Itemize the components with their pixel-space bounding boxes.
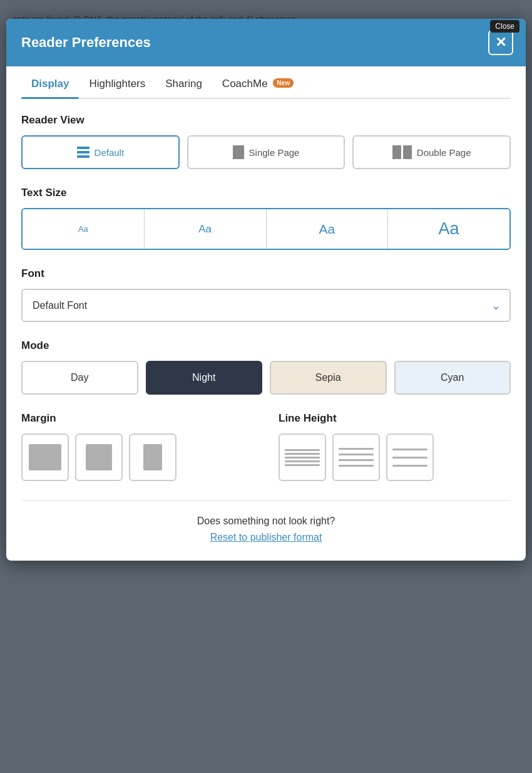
mode-sepia-button[interactable]: Sepia	[270, 361, 387, 395]
double-page-icon	[392, 145, 412, 159]
lineheight-compact-button[interactable]	[279, 433, 326, 481]
text-size-md-button[interactable]: Aa	[267, 209, 389, 249]
mode-label: Mode	[21, 340, 511, 352]
lineheight-section: Line Height	[279, 412, 511, 481]
close-tooltip: Close	[490, 20, 519, 33]
footer-section: Does something not look right? Reset to …	[21, 500, 511, 543]
reader-view-options: Default Single Page Double Page	[21, 135, 511, 169]
margin-medium-button[interactable]	[75, 433, 123, 481]
modal-header: Reader Preferences ✕	[6, 19, 526, 66]
modal-title: Reader Preferences	[21, 34, 151, 51]
default-view-icon	[77, 147, 90, 158]
reset-link-button[interactable]: Reset to publisher format	[210, 532, 322, 543]
margin-wide-icon	[29, 444, 61, 470]
font-select-wrapper: Default Font Serif Sans-serif Monospace …	[21, 289, 511, 322]
tab-display[interactable]: Display	[21, 66, 79, 98]
lineheight-loose-button[interactable]	[386, 433, 434, 481]
lineheight-normal-button[interactable]	[332, 433, 380, 481]
lineheight-loose-icon	[392, 449, 427, 467]
tab-sharing[interactable]: Sharing	[155, 66, 212, 98]
mode-options: Day Night Sepia Cyan	[21, 361, 511, 395]
mode-day-button[interactable]: Day	[21, 361, 138, 395]
text-size-lg-button[interactable]: Aa	[388, 209, 509, 249]
font-label: Font	[21, 267, 511, 280]
lineheight-compact-icon	[285, 449, 320, 466]
text-size-options: Aa Aa Aa Aa	[21, 208, 511, 250]
lineheight-icons-row	[279, 433, 511, 481]
text-size-xs-button[interactable]: Aa	[23, 209, 145, 249]
footer-question: Does something not look right?	[21, 516, 511, 527]
lineheight-normal-icon	[339, 448, 374, 467]
close-button[interactable]: ✕	[488, 30, 513, 55]
coachme-badge: New	[273, 78, 294, 88]
tab-highlighters[interactable]: Highlighters	[79, 66, 155, 98]
margin-medium-icon	[86, 444, 112, 470]
reader-preferences-modal: Close Reader Preferences ✕ Display Highl…	[6, 19, 526, 561]
margin-narrow-button[interactable]	[129, 433, 176, 481]
text-size-sm-button[interactable]: Aa	[145, 209, 267, 249]
margin-label: Margin	[21, 412, 253, 425]
reader-view-default-button[interactable]: Default	[21, 135, 180, 169]
margin-wide-button[interactable]	[21, 433, 69, 481]
margin-section: Margin	[21, 412, 253, 481]
reader-view-label: Reader View	[21, 114, 511, 127]
mode-cyan-button[interactable]: Cyan	[394, 361, 511, 395]
margin-narrow-icon	[143, 444, 162, 470]
margin-lineheight-row: Margin Line Height	[21, 412, 511, 481]
lineheight-label: Line Height	[279, 412, 511, 425]
single-page-icon	[233, 145, 244, 159]
tabs-bar: Display Highlighters Sharing CoachMe New	[21, 66, 511, 99]
margin-icons-row	[21, 433, 253, 481]
text-size-label: Text Size	[21, 187, 511, 199]
tab-coachme[interactable]: CoachMe New	[212, 66, 304, 98]
mode-night-button[interactable]: Night	[146, 361, 263, 395]
modal-body: Display Highlighters Sharing CoachMe New…	[6, 66, 526, 561]
reader-view-single-button[interactable]: Single Page	[187, 135, 345, 169]
reader-view-double-button[interactable]: Double Page	[352, 135, 511, 169]
font-select[interactable]: Default Font Serif Sans-serif Monospace	[21, 289, 511, 322]
